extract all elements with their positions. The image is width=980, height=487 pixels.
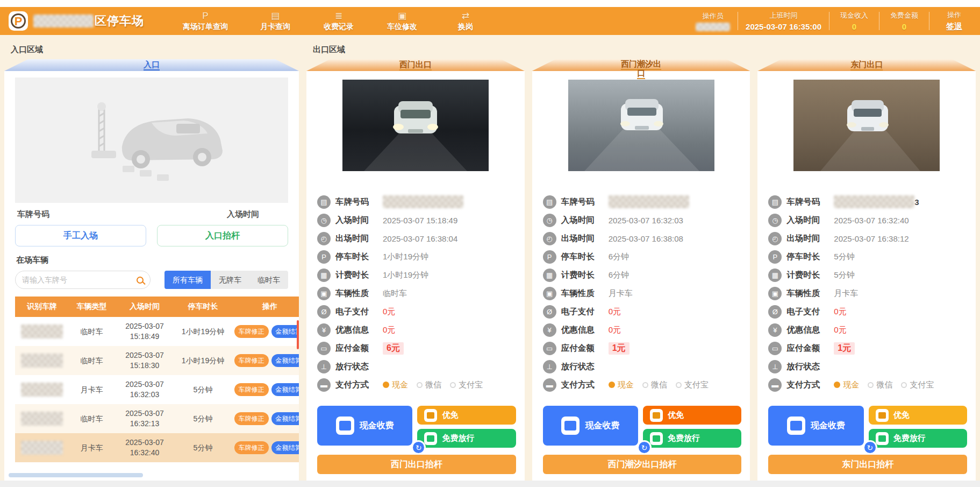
ticket-icon: ¥ [768,323,782,337]
plate-search-input[interactable] [22,276,137,284]
nav-charge-records[interactable]: ≣ 收费记录 [323,11,355,32]
filter-all-vehicles[interactable]: 所有车辆 [164,271,211,289]
clock-icon: ◷ [768,214,782,227]
pay-option-cash[interactable]: 现金 [834,380,859,390]
plate-correct-button[interactable]: 车牌修正 [234,325,269,338]
discount-exempt-button[interactable]: 优免 [643,406,741,425]
free-release-button[interactable]: 免费放行 [417,429,516,448]
pay-option-wechat[interactable]: 微信 [642,380,667,390]
table-row[interactable]: 临时车 2025-03-0715:18:30 1小时19分钟 车牌修正金额结算 [15,346,299,375]
card-pay-icon: ▭ [317,342,331,355]
field-label: 应付金额 [335,343,383,354]
free-release-button[interactable]: 免费放行 [643,429,741,448]
vertical-scrollbar-thumb[interactable] [297,320,299,349]
receipt-p-icon: P [202,11,208,22]
billing-clock-icon: ▦ [543,269,556,282]
tab-entrance[interactable]: 入口 [4,59,299,70]
refresh-icon[interactable]: ↻ [411,440,426,455]
cash-charge-button[interactable]: 现金收费 [543,406,638,446]
nav-departed-orders[interactable]: P 离场订单查询 [183,11,228,32]
car-icon: ▣ [398,11,406,22]
horizontal-scrollbar-thumb[interactable] [9,473,143,477]
search-icon[interactable] [137,277,144,284]
radio [450,382,456,388]
due-amount: 1元 [834,342,855,355]
pay-option-alipay[interactable]: 支付宝 [450,380,483,390]
chat-bubble-icon [424,409,437,422]
amount-settle-button[interactable]: 金额结算 [271,325,299,338]
tab-west-tidal-exit[interactable]: 西门潮汐出口 [619,59,664,77]
nav-space-modify[interactable]: ▣ 车位修改 [386,11,418,32]
field-due: ▭ 应付金额 1元 [768,339,968,357]
pay-option-wechat[interactable]: 微信 [417,380,441,390]
pay-option-cash[interactable]: 现金 [383,380,408,390]
divider [879,12,879,30]
field-label: 应付金额 [561,343,609,354]
field-label: 电子支付 [335,306,383,317]
pay-option-alipay[interactable]: 支付宝 [676,380,709,390]
plate-correct-button[interactable]: 车牌修正 [234,383,269,396]
field-label: 车辆性质 [786,288,834,299]
clock-icon: ◷ [543,214,556,227]
free-release-button[interactable]: 免费放行 [869,429,967,448]
amount-settle-button[interactable]: 金额结算 [271,441,299,454]
table-row-selected[interactable]: 月卡车 2025-03-0716:32:40 5分钟 车牌修正金额结算 [15,433,299,462]
cash-charge-button[interactable]: 现金收费 [317,406,412,446]
amount-settle-button[interactable]: 金额结算 [271,383,299,396]
cash-charge-button[interactable]: 现金收费 [768,406,863,446]
signout-link[interactable]: 签退 [946,22,962,32]
chat-bubble-icon [876,409,889,422]
field-label: 停车时长 [561,251,609,263]
pay-option-alipay[interactable]: 支付宝 [901,380,934,390]
field-plate: ▤ 车牌号码 [543,193,743,211]
west-tidal-exit-lift-button[interactable]: 西门潮汐出口抬杆 [543,455,742,474]
west-exit-lift-button[interactable]: 西门出口抬杆 [317,455,516,474]
manual-entry-button[interactable]: 手工入场 [15,225,146,246]
amount-settle-button[interactable]: 金额结算 [271,354,299,367]
refresh-icon[interactable]: ↻ [637,440,652,455]
table-row[interactable]: 月卡车 2025-03-0716:32:03 5分钟 车牌修正金额结算 [15,375,299,404]
exit-buttons-zone: 现金收费 优免 免费放行 ↻ [306,399,525,448]
pay-option-cash[interactable]: 现金 [609,380,634,390]
radio [676,382,682,388]
discount-exempt-button[interactable]: 优免 [417,406,516,425]
filter-no-plate[interactable]: 无牌车 [211,271,249,289]
parking-icon: P [317,250,331,264]
refresh-icon[interactable]: ↻ [863,440,877,455]
entrance-plate-row: 车牌号码 入场时间 [4,203,299,220]
entrance-camera-placeholder [15,77,288,203]
free-amount-cell: 免费金额 0 [887,11,921,31]
logo-p-icon: P [11,13,26,29]
field-value: 5分钟 [834,270,854,280]
amount-settle-button[interactable]: 金额结算 [271,412,299,425]
col-header-entry-time: 入场时间 [115,297,175,317]
plate-correct-button[interactable]: 车牌修正 [234,412,269,425]
exit-card-west: ▤ 车牌号码 ◷ 入场时间 2025-03-07 15:18:49 ◴ 出场时间… [306,71,525,481]
nav-monthly-card-query[interactable]: ▤ 月卡查询 [259,11,291,32]
filter-temporary[interactable]: 临时车 [249,271,288,289]
entrance-lift-button[interactable]: 入口抬杆 [157,225,288,246]
tab-west-exit[interactable]: 西门出口 [306,59,525,70]
due-amount: 1元 [609,342,630,355]
radio [868,382,874,388]
table-row[interactable]: 临时车 2025-03-0715:18:49 1小时19分钟 车牌修正金额结算 [15,317,299,346]
table-row[interactable]: 临时车 2025-03-0716:32:13 5分钟 车牌修正金额结算 [15,404,299,433]
nav-shift-change[interactable]: ⇄ 换岗 [449,11,482,32]
radio-selected [834,382,840,388]
car-free-icon [424,432,437,445]
pay-option-wechat[interactable]: 微信 [868,380,892,390]
onsite-vehicle-table: 识别车牌 车辆类型 入场时间 停车时长 操作 临时车 2025-03-0715:… [15,297,299,462]
discount-exempt-button[interactable]: 优免 [869,406,967,425]
tab-east-exit[interactable]: 东门出口 [757,59,976,70]
field-label: 计费时长 [335,270,383,281]
field-plate: ▤ 车牌号码 3 [768,193,968,211]
onsite-vehicles-title: 在场车辆 [4,246,299,267]
free-amount-label: 免费金额 [890,11,918,20]
action-label: 操作 [947,10,961,20]
east-exit-lift-button[interactable]: 东门出口抬杆 [768,455,967,474]
plate-correct-button[interactable]: 车牌修正 [234,441,269,454]
camera-car-snapshot [793,80,940,171]
plate-correct-button[interactable]: 车牌修正 [234,354,269,367]
field-label: 优惠信息 [786,324,834,336]
field-plate: ▤ 车牌号码 [317,193,517,211]
